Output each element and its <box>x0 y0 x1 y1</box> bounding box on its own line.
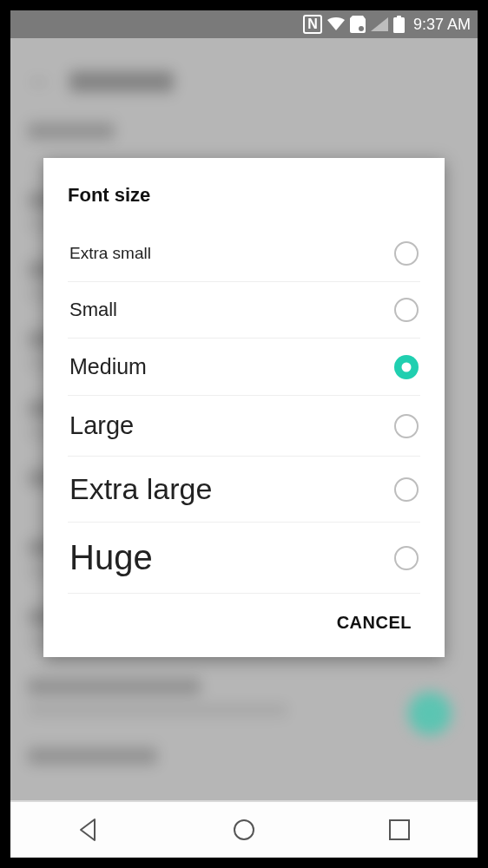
option-label: Extra small <box>69 244 151 263</box>
radio-icon <box>394 298 419 322</box>
option-label: Medium <box>69 354 147 379</box>
nav-home-button[interactable] <box>192 802 296 858</box>
sim-icon <box>350 16 366 33</box>
screen: N 9:37 AM ← Font size Extra sm <box>10 10 478 858</box>
battery-icon <box>393 16 405 33</box>
status-bar: N 9:37 AM <box>10 10 478 38</box>
svg-rect-1 <box>393 17 405 33</box>
radio-icon <box>394 414 419 438</box>
radio-icon <box>394 477 419 502</box>
option-label: Extra large <box>69 472 212 506</box>
option-extra-small[interactable]: Extra small <box>68 226 420 282</box>
nav-recent-button[interactable] <box>347 802 452 858</box>
svg-rect-4 <box>390 820 409 839</box>
radio-icon <box>394 355 419 379</box>
svg-point-3 <box>234 820 254 839</box>
option-small[interactable]: Small <box>68 282 420 339</box>
font-size-dialog: Font size Extra small Small Medium Large… <box>43 158 445 657</box>
radio-icon <box>394 241 419 266</box>
background-toggle <box>408 692 452 735</box>
option-large[interactable]: Large <box>68 396 420 457</box>
wifi-icon <box>327 17 345 31</box>
status-time: 9:37 AM <box>413 16 471 34</box>
dialog-title: Font size <box>68 184 420 207</box>
radio-icon <box>394 546 419 570</box>
option-extra-large[interactable]: Extra large <box>68 457 420 523</box>
dialog-actions: CANCEL <box>68 594 420 640</box>
cancel-button[interactable]: CANCEL <box>337 613 412 633</box>
navigation-bar <box>10 800 478 858</box>
option-huge[interactable]: Huge <box>68 523 420 594</box>
option-label: Huge <box>69 538 153 577</box>
nfc-icon: N <box>303 15 322 34</box>
option-medium[interactable]: Medium <box>68 339 420 396</box>
option-label: Large <box>69 411 134 440</box>
option-label: Small <box>69 299 117 321</box>
svg-point-0 <box>359 26 364 31</box>
svg-rect-2 <box>397 16 401 18</box>
nav-back-button[interactable] <box>36 802 141 858</box>
signal-icon <box>371 17 388 31</box>
